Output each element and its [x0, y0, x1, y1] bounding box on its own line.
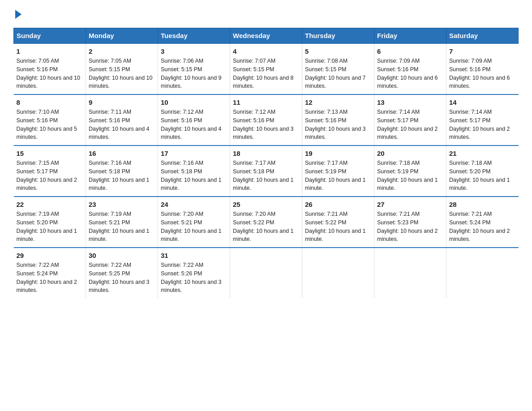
day-info: Sunrise: 7:22 AMSunset: 5:24 PMDaylight:…: [17, 262, 77, 293]
day-info: Sunrise: 7:21 AMSunset: 5:22 PMDaylight:…: [305, 211, 366, 242]
day-info: Sunrise: 7:11 AMSunset: 5:16 PMDaylight:…: [89, 109, 150, 140]
calendar-table: SundayMondayTuesdayWednesdayThursdayFrid…: [13, 28, 519, 298]
day-number: 18: [233, 150, 299, 157]
calendar-cell: 29 Sunrise: 7:22 AMSunset: 5:24 PMDaylig…: [14, 248, 86, 298]
day-number: 6: [377, 47, 443, 55]
day-number: 2: [89, 47, 155, 55]
day-info: Sunrise: 7:16 AMSunset: 5:18 PMDaylight:…: [89, 160, 150, 191]
day-number: 26: [305, 201, 371, 208]
day-info: Sunrise: 7:21 AMSunset: 5:23 PMDaylight:…: [377, 211, 438, 242]
calendar-cell: 1 Sunrise: 7:05 AMSunset: 5:16 PMDayligh…: [14, 43, 86, 94]
day-number: 5: [305, 47, 371, 55]
day-number: 13: [377, 98, 443, 106]
day-info: Sunrise: 7:05 AMSunset: 5:15 PMDaylight:…: [89, 58, 152, 89]
calendar-cell: [230, 248, 302, 298]
day-number: 7: [449, 47, 516, 55]
day-info: Sunrise: 7:19 AMSunset: 5:20 PMDaylight:…: [17, 211, 77, 242]
calendar-cell: 31 Sunrise: 7:22 AMSunset: 5:26 PMDaylig…: [158, 248, 230, 298]
calendar-cell: 13 Sunrise: 7:14 AMSunset: 5:17 PMDaylig…: [374, 94, 446, 146]
calendar-cell: [446, 248, 519, 298]
day-number: 27: [377, 201, 443, 208]
calendar-cell: 11 Sunrise: 7:12 AMSunset: 5:16 PMDaylig…: [230, 94, 302, 146]
calendar-week-row: 29 Sunrise: 7:22 AMSunset: 5:24 PMDaylig…: [14, 248, 519, 298]
day-number: 15: [17, 150, 83, 157]
calendar-cell: 16 Sunrise: 7:16 AMSunset: 5:18 PMDaylig…: [86, 146, 158, 197]
day-number: 20: [377, 150, 443, 157]
calendar-week-row: 8 Sunrise: 7:10 AMSunset: 5:16 PMDayligh…: [14, 94, 519, 146]
calendar-cell: 18 Sunrise: 7:17 AMSunset: 5:18 PMDaylig…: [230, 146, 302, 197]
calendar-week-row: 1 Sunrise: 7:05 AMSunset: 5:16 PMDayligh…: [14, 43, 519, 94]
calendar-cell: 10 Sunrise: 7:12 AMSunset: 5:16 PMDaylig…: [158, 94, 230, 146]
day-info: Sunrise: 7:22 AMSunset: 5:25 PMDaylight:…: [89, 262, 150, 293]
calendar-cell: 19 Sunrise: 7:17 AMSunset: 5:19 PMDaylig…: [302, 146, 374, 197]
column-header-monday: Monday: [86, 28, 158, 44]
calendar-cell: 6 Sunrise: 7:09 AMSunset: 5:16 PMDayligh…: [374, 43, 446, 94]
column-header-thursday: Thursday: [302, 28, 374, 44]
calendar-cell: [302, 248, 374, 298]
calendar-cell: 3 Sunrise: 7:06 AMSunset: 5:15 PMDayligh…: [158, 43, 230, 94]
day-info: Sunrise: 7:13 AMSunset: 5:16 PMDaylight:…: [305, 109, 366, 140]
calendar-cell: 30 Sunrise: 7:22 AMSunset: 5:25 PMDaylig…: [86, 248, 158, 298]
calendar-cell: 5 Sunrise: 7:08 AMSunset: 5:15 PMDayligh…: [302, 43, 374, 94]
calendar-cell: 23 Sunrise: 7:19 AMSunset: 5:21 PMDaylig…: [86, 197, 158, 248]
day-info: Sunrise: 7:12 AMSunset: 5:16 PMDaylight:…: [161, 109, 222, 140]
calendar-cell: 27 Sunrise: 7:21 AMSunset: 5:23 PMDaylig…: [374, 197, 446, 248]
day-number: 4: [233, 47, 299, 55]
day-info: Sunrise: 7:09 AMSunset: 5:16 PMDaylight:…: [377, 58, 438, 89]
column-header-tuesday: Tuesday: [158, 28, 230, 44]
calendar-cell: 15 Sunrise: 7:15 AMSunset: 5:17 PMDaylig…: [14, 146, 86, 197]
day-number: 17: [161, 150, 227, 157]
day-info: Sunrise: 7:16 AMSunset: 5:18 PMDaylight:…: [161, 160, 222, 191]
day-info: Sunrise: 7:20 AMSunset: 5:21 PMDaylight:…: [161, 211, 222, 242]
day-info: Sunrise: 7:21 AMSunset: 5:24 PMDaylight:…: [449, 211, 510, 242]
day-number: 3: [161, 47, 227, 55]
day-number: 24: [161, 201, 227, 208]
day-number: 10: [161, 98, 227, 106]
day-number: 19: [305, 150, 371, 157]
logo-arrow-icon: [15, 10, 21, 19]
calendar-cell: 26 Sunrise: 7:21 AMSunset: 5:22 PMDaylig…: [302, 197, 374, 248]
calendar-cell: 17 Sunrise: 7:16 AMSunset: 5:18 PMDaylig…: [158, 146, 230, 197]
day-info: Sunrise: 7:05 AMSunset: 5:16 PMDaylight:…: [17, 58, 80, 89]
day-info: Sunrise: 7:18 AMSunset: 5:19 PMDaylight:…: [377, 160, 438, 191]
day-number: 14: [449, 98, 516, 106]
calendar-cell: 12 Sunrise: 7:13 AMSunset: 5:16 PMDaylig…: [302, 94, 374, 146]
day-info: Sunrise: 7:10 AMSunset: 5:16 PMDaylight:…: [17, 109, 77, 140]
logo: [13, 9, 24, 19]
column-header-friday: Friday: [374, 28, 446, 44]
day-info: Sunrise: 7:12 AMSunset: 5:16 PMDaylight:…: [233, 109, 294, 140]
day-number: 25: [233, 201, 299, 208]
calendar-cell: 22 Sunrise: 7:19 AMSunset: 5:20 PMDaylig…: [14, 197, 86, 248]
day-info: Sunrise: 7:18 AMSunset: 5:20 PMDaylight:…: [449, 160, 510, 191]
calendar-header-row: SundayMondayTuesdayWednesdayThursdayFrid…: [14, 28, 519, 44]
calendar-week-row: 22 Sunrise: 7:19 AMSunset: 5:20 PMDaylig…: [14, 197, 519, 248]
calendar-cell: 25 Sunrise: 7:20 AMSunset: 5:22 PMDaylig…: [230, 197, 302, 248]
day-info: Sunrise: 7:08 AMSunset: 5:15 PMDaylight:…: [305, 58, 366, 89]
day-info: Sunrise: 7:07 AMSunset: 5:15 PMDaylight:…: [233, 58, 294, 89]
day-number: 23: [89, 201, 155, 208]
calendar-cell: 4 Sunrise: 7:07 AMSunset: 5:15 PMDayligh…: [230, 43, 302, 94]
calendar-cell: 14 Sunrise: 7:14 AMSunset: 5:17 PMDaylig…: [446, 94, 519, 146]
calendar-cell: 28 Sunrise: 7:21 AMSunset: 5:24 PMDaylig…: [446, 197, 519, 248]
column-header-wednesday: Wednesday: [230, 28, 302, 44]
day-number: 31: [161, 252, 227, 259]
day-number: 8: [17, 98, 83, 106]
day-number: 9: [89, 98, 155, 106]
calendar-cell: 9 Sunrise: 7:11 AMSunset: 5:16 PMDayligh…: [86, 94, 158, 146]
day-info: Sunrise: 7:17 AMSunset: 5:18 PMDaylight:…: [233, 160, 294, 191]
column-header-saturday: Saturday: [446, 28, 519, 44]
day-info: Sunrise: 7:15 AMSunset: 5:17 PMDaylight:…: [17, 160, 77, 191]
day-number: 30: [89, 252, 155, 259]
day-number: 1: [17, 47, 83, 55]
day-number: 12: [305, 98, 371, 106]
calendar-cell: 21 Sunrise: 7:18 AMSunset: 5:20 PMDaylig…: [446, 146, 519, 197]
calendar-cell: 8 Sunrise: 7:10 AMSunset: 5:16 PMDayligh…: [14, 94, 86, 146]
day-number: 29: [17, 252, 83, 259]
day-info: Sunrise: 7:09 AMSunset: 5:16 PMDaylight:…: [449, 58, 510, 89]
day-number: 11: [233, 98, 299, 106]
calendar-cell: 7 Sunrise: 7:09 AMSunset: 5:16 PMDayligh…: [446, 43, 519, 94]
day-info: Sunrise: 7:22 AMSunset: 5:26 PMDaylight:…: [161, 262, 222, 293]
day-number: 16: [89, 150, 155, 157]
calendar-cell: 2 Sunrise: 7:05 AMSunset: 5:15 PMDayligh…: [86, 43, 158, 94]
calendar-cell: 24 Sunrise: 7:20 AMSunset: 5:21 PMDaylig…: [158, 197, 230, 248]
